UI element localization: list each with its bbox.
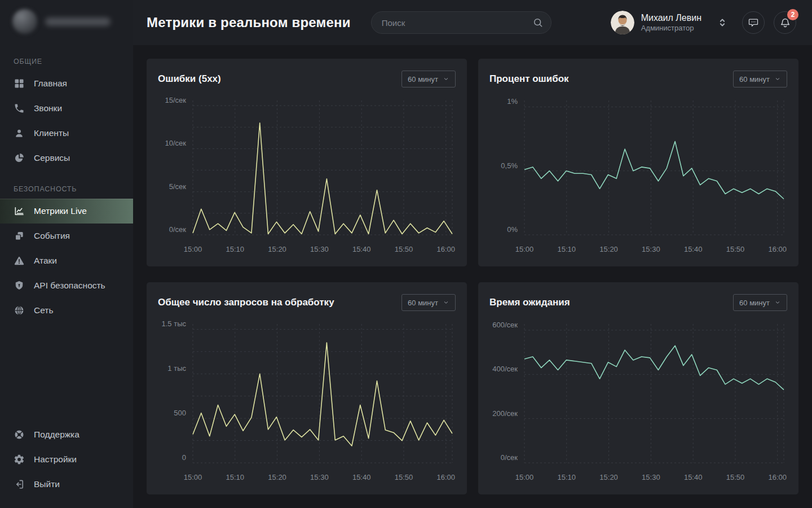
error-rate-chart: 1%0,5%0%15:0015:1015:2015:3015:4015:5016… xyxy=(489,93,787,259)
logo-blurred-icon xyxy=(12,9,37,34)
svg-text:15:50: 15:50 xyxy=(395,473,413,481)
svg-text:400/сек: 400/сек xyxy=(492,365,518,373)
svg-text:500: 500 xyxy=(174,409,186,417)
search-icon xyxy=(532,17,544,28)
svg-text:15:00: 15:00 xyxy=(515,245,534,253)
svg-text:15:20: 15:20 xyxy=(268,473,286,481)
svg-text:15:20: 15:20 xyxy=(268,245,286,253)
sidebar-section-general: ОБЩИЕ xyxy=(14,58,120,65)
sidebar-item-metrics-live[interactable]: Метрики Live xyxy=(0,199,133,224)
chevron-up-down-icon[interactable] xyxy=(716,15,729,30)
svg-text:15:50: 15:50 xyxy=(726,473,745,481)
panel-total-requests: Общее число запросов на обработку 60 мин… xyxy=(147,282,467,494)
chevron-down-icon xyxy=(774,299,781,306)
svg-text:15:40: 15:40 xyxy=(352,473,371,481)
search-input[interactable] xyxy=(371,11,551,34)
svg-text:16:00: 16:00 xyxy=(769,245,787,253)
search-box xyxy=(371,11,551,34)
sidebar-item-label: Атаки xyxy=(34,256,57,266)
sidebar-item-home[interactable]: Главная xyxy=(0,71,133,96)
time-range-value: 60 минут xyxy=(408,75,438,84)
time-range-select[interactable]: 60 минут xyxy=(733,294,787,311)
time-range-select[interactable]: 60 минут xyxy=(733,71,787,87)
time-range-value: 60 минут xyxy=(739,75,770,84)
sidebar-item-clients[interactable]: Клиенты xyxy=(0,121,133,146)
sidebar-footer: Поддержка Настройки Выйти xyxy=(0,422,133,508)
sidebar-item-network[interactable]: Сеть xyxy=(0,298,133,323)
svg-text:15:10: 15:10 xyxy=(226,473,245,481)
avatar xyxy=(611,11,634,34)
svg-text:15:10: 15:10 xyxy=(558,245,576,253)
app-logo[interactable] xyxy=(0,0,133,43)
sidebar-section-security: БЕЗОПАСНОСТЬ xyxy=(14,185,120,193)
svg-text:15:00: 15:00 xyxy=(184,245,202,253)
warning-icon xyxy=(14,255,25,266)
sidebar-item-label: Сервисы xyxy=(34,153,70,163)
sidebar-item-label: Звонки xyxy=(34,103,62,113)
svg-text:1%: 1% xyxy=(507,97,518,106)
sidebar-item-services[interactable]: Сервисы xyxy=(0,146,133,170)
sidebar-item-api-security[interactable]: API безопасность xyxy=(0,273,133,298)
dashboard-grid: Ошибки (5xx) 60 минут 15/сек10/сек5/сек0… xyxy=(133,45,812,508)
time-range-value: 60 минут xyxy=(739,299,770,307)
user-role: Администратор xyxy=(641,24,701,33)
sidebar-item-logout[interactable]: Выйти xyxy=(0,472,133,497)
time-range-select[interactable]: 60 минут xyxy=(401,294,456,311)
svg-text:0: 0 xyxy=(182,453,186,462)
svg-text:0,5%: 0,5% xyxy=(501,161,518,170)
sidebar-item-attacks[interactable]: Атаки xyxy=(0,248,133,273)
main-area: Метрики в реальном времени Михаил Левин … xyxy=(133,0,812,508)
sidebar-item-support[interactable]: Поддержка xyxy=(0,422,133,447)
svg-text:15/сек: 15/сек xyxy=(165,96,187,104)
svg-text:600/сек: 600/сек xyxy=(492,321,518,329)
sidebar-item-label: Выйти xyxy=(34,479,60,489)
svg-text:0%: 0% xyxy=(507,225,518,234)
svg-text:15:10: 15:10 xyxy=(226,245,245,253)
svg-text:15:30: 15:30 xyxy=(310,245,329,253)
svg-text:15:00: 15:00 xyxy=(184,473,202,481)
page-title: Метрики в реальном времени xyxy=(147,15,351,30)
svg-text:15:30: 15:30 xyxy=(642,473,660,481)
panel-errors-5xx: Ошибки (5xx) 60 минут 15/сек10/сек5/сек0… xyxy=(147,59,467,266)
messages-button[interactable] xyxy=(742,11,765,34)
logout-icon xyxy=(14,479,25,490)
user-menu[interactable]: Михаил Левин Администратор xyxy=(611,11,701,34)
svg-text:0/сек: 0/сек xyxy=(169,225,187,234)
panel-title: Время ожидания xyxy=(489,297,570,308)
total-requests-chart: 1.5 тыс1 тыс500015:0015:1015:2015:3015:4… xyxy=(158,316,456,487)
sidebar-item-label: Метрики Live xyxy=(34,206,87,216)
svg-text:15:40: 15:40 xyxy=(684,473,703,481)
chart-line-icon xyxy=(14,205,25,217)
panel-title: Ошибки (5xx) xyxy=(158,73,221,85)
grid-icon xyxy=(14,78,25,89)
svg-text:15:00: 15:00 xyxy=(515,473,534,481)
svg-text:15:20: 15:20 xyxy=(599,473,618,481)
sidebar-item-label: События xyxy=(34,231,70,241)
globe-icon xyxy=(14,305,25,316)
svg-text:15:40: 15:40 xyxy=(684,245,703,253)
svg-text:15:30: 15:30 xyxy=(642,245,660,253)
user-icon xyxy=(14,128,25,139)
shield-icon xyxy=(14,280,25,291)
svg-text:15:50: 15:50 xyxy=(395,245,413,253)
sidebar-item-settings[interactable]: Настройки xyxy=(0,447,133,472)
layers-icon xyxy=(14,230,25,242)
svg-text:10/сек: 10/сек xyxy=(165,139,187,147)
chevron-down-icon xyxy=(443,76,449,82)
sidebar-item-label: Настройки xyxy=(34,454,77,465)
sidebar-item-calls[interactable]: Звонки xyxy=(0,96,133,121)
notifications-button[interactable]: 2 xyxy=(774,11,796,34)
time-range-select[interactable]: 60 минут xyxy=(401,71,456,87)
svg-text:16:00: 16:00 xyxy=(437,245,456,253)
svg-text:15:30: 15:30 xyxy=(310,473,329,481)
sidebar-item-label: API безопасность xyxy=(34,281,105,291)
chevron-down-icon xyxy=(443,299,449,306)
svg-text:15:40: 15:40 xyxy=(352,245,371,253)
chevron-down-icon xyxy=(774,76,781,82)
svg-text:16:00: 16:00 xyxy=(769,473,787,481)
notification-badge: 2 xyxy=(787,9,798,20)
time-range-value: 60 минут xyxy=(408,299,438,307)
svg-text:0/сек: 0/сек xyxy=(501,453,518,462)
panel-title: Общее число запросов на обработку xyxy=(158,297,334,308)
sidebar-item-events[interactable]: События xyxy=(0,224,133,248)
